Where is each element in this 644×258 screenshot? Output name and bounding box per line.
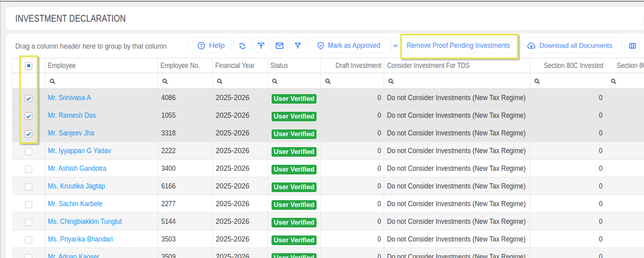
svg-text:?: ? xyxy=(200,43,203,49)
